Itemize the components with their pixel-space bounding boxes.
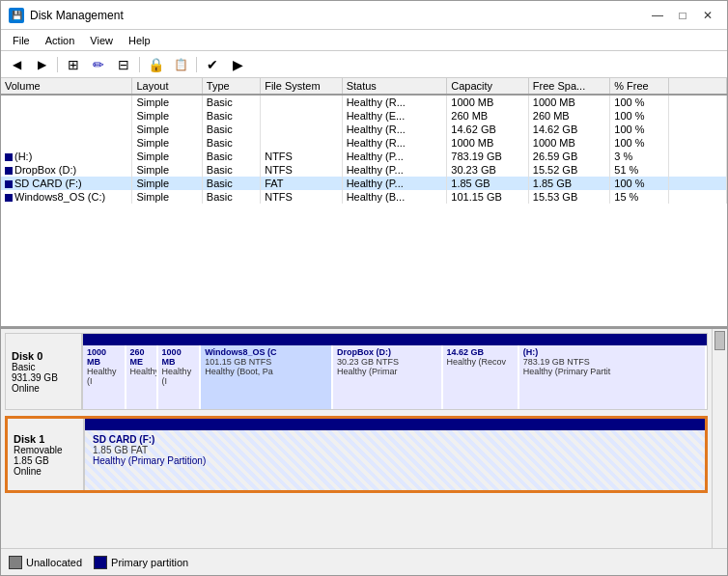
disk-section: Disk 0 Basic 931.39 GB Online 1000 MB	[1, 329, 727, 575]
vol-cell	[1, 123, 132, 136]
free-cell: 1000 MB	[528, 136, 609, 150]
capacity-cell: 14.62 GB	[447, 123, 528, 136]
toolbar-btn-4[interactable]: ✏	[87, 54, 110, 75]
back-button[interactable]: ◀	[5, 54, 28, 75]
free-cell: 26.59 GB	[528, 150, 609, 163]
status-cell: Healthy (R...	[342, 95, 447, 109]
disk1-part-name: SD CARD (F:)	[93, 434, 697, 445]
disk0-part-3: Windows8_OS (C 101.15 GB NTFS Healthy (B…	[201, 345, 333, 409]
pct-cell: 100 %	[610, 95, 668, 109]
menu-file[interactable]: File	[5, 33, 38, 48]
layout-cell: Simple	[132, 177, 202, 190]
table-row[interactable]: Windows8_OS (C:)SimpleBasicNTFSHealthy (…	[1, 190, 727, 204]
filesystem-cell	[261, 95, 342, 109]
extra-cell	[668, 163, 726, 177]
col-capacity: Capacity	[447, 78, 528, 95]
type-cell: Basic	[202, 190, 260, 204]
disk1-state: Online	[14, 466, 77, 477]
capacity-cell: 1000 MB	[447, 136, 528, 150]
extra-cell	[668, 177, 726, 190]
vol-cell: DropBox (D:)	[1, 163, 132, 177]
close-button[interactable]: ✕	[696, 6, 719, 25]
type-cell: Basic	[202, 136, 260, 150]
capacity-cell: 101.15 GB	[447, 190, 528, 204]
layout-cell: Simple	[132, 123, 202, 136]
free-cell: 1000 MB	[528, 95, 609, 109]
status-cell: Healthy (P...	[342, 177, 447, 190]
capacity-cell: 30.23 GB	[447, 163, 528, 177]
type-cell: Basic	[202, 150, 260, 163]
disk1-parts-row: SD CARD (F:) 1.85 GB FAT Healthy (Primar…	[85, 430, 705, 490]
pct-cell: 100 %	[610, 123, 668, 136]
col-layout: Layout	[132, 78, 202, 95]
toolbar-btn-6[interactable]: 🔒	[144, 54, 167, 75]
capacity-cell: 783.19 GB	[447, 150, 528, 163]
type-cell: Basic	[202, 163, 260, 177]
disk0-part-4: DropBox (D:) 30.23 GB NTFS Healthy (Prim…	[333, 345, 443, 409]
menu-action[interactable]: Action	[38, 33, 83, 48]
type-cell: Basic	[202, 95, 260, 109]
main-window: 💾 Disk Management — □ ✕ File Action View…	[0, 0, 728, 576]
maximize-button[interactable]: □	[671, 6, 694, 25]
toolbar-btn-8[interactable]: ✔	[201, 54, 224, 75]
disk0-partitions: 1000 MB Healthy (I 260 ME Healthy	[83, 334, 707, 409]
vol-cell: SD CARD (F:)	[1, 177, 132, 190]
menu-help[interactable]: Help	[121, 33, 158, 48]
disk-scrollbar[interactable]	[712, 329, 727, 548]
title-bar: 💾 Disk Management — □ ✕	[1, 1, 727, 30]
table-row[interactable]: (H:)SimpleBasicNTFSHealthy (P...783.19 G…	[1, 150, 727, 163]
disk-scroll-area: Disk 0 Basic 931.39 GB Online 1000 MB	[1, 329, 727, 548]
legend-unallocated-label: Unallocated	[26, 557, 82, 568]
table-row[interactable]: SimpleBasicHealthy (E...260 MB260 MB100 …	[1, 109, 727, 123]
content-area: Volume Layout Type File System Status Ca…	[1, 78, 727, 575]
menu-bar: File Action View Help	[1, 30, 727, 51]
status-cell: Healthy (E...	[342, 109, 447, 123]
table-row[interactable]: SD CARD (F:)SimpleBasicFATHealthy (P...1…	[1, 177, 727, 190]
layout-cell: Simple	[132, 163, 202, 177]
toolbar-btn-5[interactable]: ⊟	[112, 54, 135, 75]
filesystem-cell: FAT	[261, 177, 342, 190]
free-cell: 260 MB	[528, 109, 609, 123]
filesystem-cell: NTFS	[261, 190, 342, 204]
extra-cell	[668, 123, 726, 136]
table-row[interactable]: SimpleBasicHealthy (R...1000 MB1000 MB10…	[1, 136, 727, 150]
extra-cell	[668, 190, 726, 204]
disk1-type: Removable	[14, 445, 77, 455]
extra-cell	[668, 150, 726, 163]
table-row[interactable]: SimpleBasicHealthy (R...1000 MB1000 MB10…	[1, 95, 727, 109]
minimize-button[interactable]: —	[646, 6, 669, 25]
title-bar-left: 💾 Disk Management	[9, 8, 124, 23]
toolbar-btn-9[interactable]: ▶	[226, 54, 249, 75]
legend-primary: Primary partition	[94, 556, 188, 569]
disk0-top-bar	[83, 334, 707, 345]
vol-icon	[5, 180, 13, 188]
pct-cell: 15 %	[610, 190, 668, 204]
free-cell: 14.62 GB	[528, 123, 609, 136]
legend-unallocated-box	[9, 556, 22, 569]
status-cell: Healthy (B...	[342, 190, 447, 204]
forward-button[interactable]: ▶	[30, 54, 53, 75]
layout-cell: Simple	[132, 150, 202, 163]
pct-cell: 3 %	[610, 150, 668, 163]
col-type: Type	[202, 78, 260, 95]
extra-cell	[668, 109, 726, 123]
disk0-part-5: 14.62 GB Healthy (Recov	[443, 345, 519, 409]
capacity-cell: 1.85 GB	[447, 177, 528, 190]
toolbar-btn-7[interactable]: 📋	[169, 54, 192, 75]
pct-cell: 100 %	[610, 177, 668, 190]
pct-cell: 100 %	[610, 109, 668, 123]
toolbar-sep-2	[139, 57, 140, 72]
table-row[interactable]: SimpleBasicHealthy (R...14.62 GB14.62 GB…	[1, 123, 727, 136]
col-status: Status	[342, 78, 447, 95]
free-cell: 15.53 GB	[528, 190, 609, 204]
col-extra	[668, 78, 726, 95]
col-pct: % Free	[610, 78, 668, 95]
table-row[interactable]: DropBox (D:)SimpleBasicNTFSHealthy (P...…	[1, 163, 727, 177]
type-cell: Basic	[202, 123, 260, 136]
disk1-label: Disk 1 Removable 1.85 GB Online	[8, 419, 85, 490]
extra-cell	[668, 95, 726, 109]
toolbar-btn-3[interactable]: ⊞	[62, 54, 85, 75]
legend-primary-box	[94, 556, 107, 569]
menu-view[interactable]: View	[82, 33, 121, 48]
toolbar-sep-1	[57, 57, 58, 72]
